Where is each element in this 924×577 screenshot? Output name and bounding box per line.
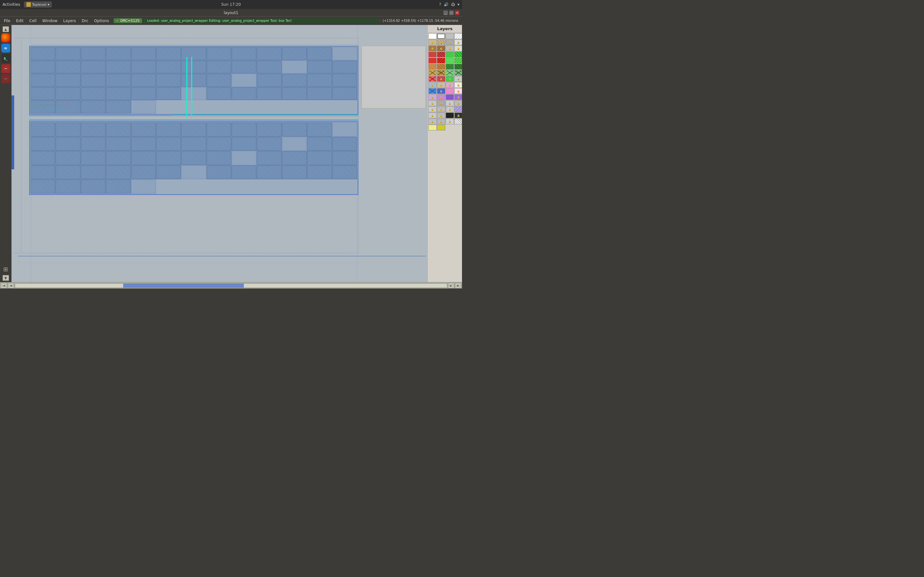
layer-x2-lock[interactable]: 🔒 bbox=[428, 82, 437, 88]
scroll-right-arrow[interactable]: ► bbox=[455, 283, 461, 288]
layer-x5[interactable]: 🔒 bbox=[428, 106, 437, 112]
layer-yellow-solid[interactable] bbox=[437, 125, 445, 131]
layer-red2-solid[interactable] bbox=[428, 58, 437, 63]
layer-black-solid[interactable] bbox=[446, 113, 454, 118]
layer-red2-hatch[interactable] bbox=[437, 58, 445, 63]
layer-x-brown-hatch[interactable] bbox=[437, 70, 445, 76]
drc-badge[interactable]: DRC=5125 bbox=[113, 18, 142, 23]
layer-yellow-light[interactable] bbox=[428, 125, 437, 131]
layer-blue-solid[interactable] bbox=[428, 88, 437, 94]
layer-purple-solid[interactable] bbox=[446, 94, 454, 100]
layer-tan-hatch-lock[interactable]: 🔒 bbox=[437, 39, 445, 45]
layer-green2-solid[interactable] bbox=[446, 58, 454, 63]
layer-light-pink-lock[interactable]: 🔒 bbox=[454, 88, 462, 94]
restore-button[interactable]: □ bbox=[449, 11, 454, 15]
h-scroll-thumb[interactable] bbox=[123, 284, 244, 287]
layer-x4[interactable]: 🔒 bbox=[428, 94, 437, 100]
layer-green-hatch[interactable] bbox=[454, 52, 462, 57]
layer-gray6-lock[interactable]: 🔒 bbox=[428, 119, 437, 124]
app-icon-red1[interactable] bbox=[1, 64, 10, 73]
layer-x6-lock[interactable]: 🔒 bbox=[428, 113, 437, 118]
layer-x-green-hatch[interactable] bbox=[454, 70, 462, 76]
terminal-icon[interactable]: $_ bbox=[1, 54, 10, 63]
layer-light2-lock[interactable]: 🔒 bbox=[454, 45, 462, 51]
bottom-h-line bbox=[18, 256, 426, 256]
h-scroll-track[interactable] bbox=[15, 284, 447, 288]
nav-up-arrow[interactable]: ▲ bbox=[3, 26, 9, 32]
layer-x5-lock[interactable]: 🔒 bbox=[437, 106, 445, 112]
layer-tan-lock[interactable]: 🔒 bbox=[428, 39, 437, 45]
layer-white-outline[interactable] bbox=[437, 33, 445, 39]
vscode-icon[interactable]: ≈ bbox=[1, 44, 10, 53]
layer-x-lock[interactable]: 🔒 bbox=[454, 76, 462, 82]
menu-window[interactable]: Window bbox=[40, 18, 60, 24]
menu-drc[interactable]: Drc bbox=[79, 18, 91, 24]
system-arrow-icon[interactable]: ▾ bbox=[457, 2, 459, 7]
layer-pink-solid[interactable] bbox=[446, 88, 454, 94]
layer-gray4[interactable]: 🔒 bbox=[446, 100, 454, 106]
scroll-left-arrow[interactable]: ◄ bbox=[1, 283, 7, 288]
menu-layers[interactable]: Layers bbox=[61, 18, 79, 24]
layer-light3-lock[interactable]: 🔒 bbox=[454, 82, 462, 88]
layer-gray7-lock[interactable]: 🔒 bbox=[437, 119, 445, 124]
canvas-area[interactable] bbox=[11, 25, 427, 282]
layer-gray-lock[interactable]: 🔒 bbox=[446, 39, 454, 45]
layer-x4-lock[interactable]: 🔒 bbox=[437, 94, 445, 100]
layer-gray3[interactable]: 🔒 bbox=[428, 100, 437, 106]
power-icon[interactable]: ⏻ bbox=[451, 2, 455, 7]
layer-x3-lock[interactable]: 🔒 bbox=[446, 82, 454, 88]
layer-green-solid[interactable] bbox=[446, 52, 454, 57]
menu-cell[interactable]: Cell bbox=[27, 18, 39, 24]
layer-red-hatch[interactable] bbox=[437, 52, 445, 57]
menu-file[interactable]: File bbox=[1, 18, 13, 24]
grid-apps-icon[interactable]: ⊞ bbox=[3, 266, 8, 272]
layer-dark-green-hatch[interactable] bbox=[454, 64, 462, 69]
scroll-nav-left[interactable]: ◄ bbox=[8, 283, 14, 288]
layer-dark-green-solid[interactable] bbox=[446, 64, 454, 69]
menu-bar: File Edit Cell Window Layers Drc Options… bbox=[0, 17, 462, 25]
minimize-button[interactable]: _ bbox=[443, 11, 448, 15]
layer-green2-hatch[interactable] bbox=[454, 58, 462, 63]
layer-x-green[interactable] bbox=[446, 70, 454, 76]
close-button[interactable]: ✕ bbox=[455, 11, 459, 15]
layer-x-green2-lock[interactable]: 🔒 bbox=[446, 76, 454, 82]
app-icon-red2[interactable] bbox=[1, 74, 10, 83]
menu-edit[interactable]: Edit bbox=[13, 18, 26, 24]
layer-gray2-lock[interactable]: 🔒 bbox=[446, 45, 454, 51]
layer-black-lock[interactable]: 🔒 bbox=[454, 113, 462, 118]
layer-orange-solid[interactable] bbox=[428, 64, 437, 69]
layer-gray4-lock[interactable]: 🔒 bbox=[454, 100, 462, 106]
layer-brown-lock[interactable]: 🔒 bbox=[428, 45, 437, 51]
layer-brown-hatch-lock[interactable]: 🔒 bbox=[437, 45, 445, 51]
v-scroll-indicator[interactable] bbox=[11, 95, 14, 169]
layer-x-red[interactable] bbox=[428, 76, 437, 82]
activities-label[interactable]: Activities bbox=[3, 2, 20, 7]
layer-x-red-lock[interactable]: 🔒 bbox=[437, 76, 445, 82]
layer-red-solid[interactable] bbox=[428, 52, 437, 57]
nav-down-arrow[interactable]: ▼ bbox=[3, 275, 9, 281]
scroll-nav-right[interactable]: ► bbox=[448, 283, 454, 288]
toplevel-badge[interactable]: Toplevel ▾ bbox=[24, 2, 52, 7]
bottom-h-line2 bbox=[18, 263, 359, 263]
cyan-line-v2 bbox=[191, 57, 192, 118]
firefox-icon[interactable] bbox=[1, 33, 10, 42]
layer-diagonal-right[interactable] bbox=[454, 33, 462, 39]
help-icon[interactable]: ? bbox=[439, 2, 441, 7]
menu-options[interactable]: Options bbox=[91, 18, 111, 24]
layer-white[interactable] bbox=[428, 33, 437, 39]
dropdown-arrow[interactable]: ▾ bbox=[47, 3, 49, 7]
layer-x6-lock2[interactable]: 🔒 bbox=[437, 113, 445, 118]
layer-light-lock[interactable]: 🔒 bbox=[454, 39, 462, 45]
layer-x-brown[interactable] bbox=[428, 70, 437, 76]
layer-diag[interactable] bbox=[454, 106, 462, 112]
layer-gray3-lock[interactable]: 🔒 bbox=[437, 100, 445, 106]
layer-x2-lock2[interactable]: 🔒 bbox=[437, 82, 445, 88]
layer-gray8-lock[interactable]: 🔒 bbox=[446, 119, 454, 124]
layer-purple-lock[interactable]: 🔒 bbox=[454, 94, 462, 100]
layer-orange-hatch[interactable] bbox=[437, 64, 445, 69]
layer-gray[interactable] bbox=[446, 33, 454, 39]
volume-icon[interactable]: 🔊 bbox=[444, 2, 449, 7]
layer-blue-lock[interactable]: 🔒 bbox=[437, 88, 445, 94]
layer-gray9-lock[interactable] bbox=[454, 119, 462, 124]
layer-gray5[interactable]: 🔒 bbox=[446, 106, 454, 112]
